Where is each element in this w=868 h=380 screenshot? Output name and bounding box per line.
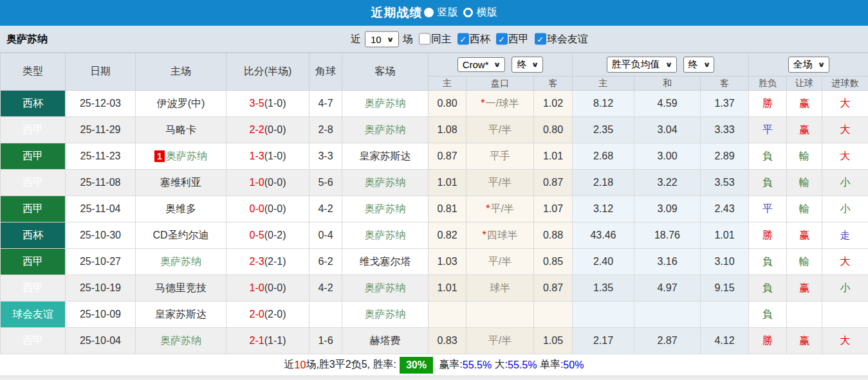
goals-result-text: 大 xyxy=(840,98,851,109)
matches-label: 场 xyxy=(403,32,413,46)
date-cell: 25-11-29 xyxy=(66,117,136,143)
handicap-home-odds: 0.82 xyxy=(429,222,466,249)
avg-home-odds: 3.12 xyxy=(573,196,634,222)
score-cell: 0-5(0-2) xyxy=(226,222,309,249)
layout-radio-label: 竖版 xyxy=(438,6,458,19)
avg-away-odds: 4.12 xyxy=(701,328,749,354)
competition-checkbox[interactable]: ✓ xyxy=(457,33,469,45)
header-group: 胜平负均值∨终∨ xyxy=(573,53,749,77)
header-group-selects: 胜平负均值∨终∨ xyxy=(573,57,748,73)
avg-draw-odds: 2.87 xyxy=(634,328,701,354)
corners-cell: 3-3 xyxy=(309,143,342,170)
fulltime-score: 3-5 xyxy=(250,98,264,109)
footer-text: 赢率: xyxy=(436,358,463,372)
footer-text: 场,胜3平2负5, 胜率: xyxy=(306,358,396,372)
score-cell: 2-0(2-0) xyxy=(226,302,309,328)
table-body: 西杯25-12-03伊波罗(中)3-5(1-0)4-7奥萨苏纳0.80*一/球半… xyxy=(1,91,868,354)
bottom-strip xyxy=(0,375,868,380)
home-team-cell: 皇家苏斯达 xyxy=(136,302,226,328)
result-cell: 負 xyxy=(749,302,787,328)
handicap-cell: *一/球半 xyxy=(466,91,534,117)
handicap-away-odds: 0.87 xyxy=(534,170,573,196)
away-team-cell: 维戈塞尔塔 xyxy=(342,249,429,275)
sub-column-header: 客 xyxy=(701,77,749,91)
goals-result-cell: 大 xyxy=(822,143,868,170)
competition-checkbox[interactable]: ✓ xyxy=(496,33,508,45)
result-text: 平 xyxy=(762,203,773,214)
handicap-away-odds: 0.80 xyxy=(534,117,573,143)
handicap-home-odds: 0.87 xyxy=(429,143,466,170)
radio-selected-icon[interactable] xyxy=(424,8,434,17)
fulltime-select[interactable]: 全场∨ xyxy=(788,57,829,73)
handicap-result-text: 赢 xyxy=(799,335,809,346)
home-team-cell: 奥维多 xyxy=(136,196,226,222)
handicap-result-cell: 赢 xyxy=(787,117,822,143)
column-header: 主场 xyxy=(136,53,226,91)
recent-count-select[interactable]: 10 ∨ xyxy=(365,31,399,47)
header-row-1: 类型日期主场比分(半场)角球客场Crow*∨终∨胜平负均值∨终∨全场∨ xyxy=(1,53,868,77)
radio-unselected-icon[interactable] xyxy=(463,8,473,17)
layout-radio-option[interactable]: 竖版 xyxy=(428,6,458,19)
result-text: 負 xyxy=(762,177,773,188)
avg-draw-odds: 3.04 xyxy=(634,117,701,143)
header-group-selects: 全场∨ xyxy=(750,57,867,73)
result-cell: 負 xyxy=(749,275,787,302)
avg-home-odds: 2.68 xyxy=(573,143,634,170)
avg-away-odds: 3.53 xyxy=(701,170,749,196)
fulltime-score: 2-1 xyxy=(250,335,264,346)
handicap-result-cell: 輸 xyxy=(787,249,822,275)
competition-checkbox[interactable]: ✓ xyxy=(535,33,546,45)
type-cell: 西甲 xyxy=(1,249,66,275)
handicap-home-odds: 0.83 xyxy=(429,328,466,354)
avg-select[interactable]: 胜平负均值∨ xyxy=(607,57,677,73)
away-team-name: 赫塔费 xyxy=(370,335,401,346)
avg-final-select[interactable]: 终∨ xyxy=(683,57,715,73)
handicap-away-odds: 1.05 xyxy=(534,328,573,354)
column-header: 角球 xyxy=(309,53,342,91)
result-cell: 勝 xyxy=(749,328,787,354)
goals-result-text: 走 xyxy=(840,230,851,240)
away-team-name: 奥萨苏纳 xyxy=(365,203,406,214)
layout-radio-option[interactable]: 横版 xyxy=(463,6,497,19)
halftime-score: (2-0) xyxy=(264,309,286,320)
handicap-line: 球半 xyxy=(490,282,510,293)
handicap-line: 一/球半 xyxy=(485,98,519,109)
corners-cell: 1-6 xyxy=(309,328,342,354)
same-home-checkbox[interactable] xyxy=(419,33,430,45)
home-team-name: 伊波罗(中) xyxy=(157,98,205,109)
odds-provider-select[interactable]: Crow*∨ xyxy=(457,57,506,72)
layout-radio-group: 竖版横版 xyxy=(423,6,497,20)
date-cell: 25-10-04 xyxy=(66,328,136,354)
result-text: 勝 xyxy=(762,335,773,346)
result-cell: 平 xyxy=(749,196,787,222)
handicap-away-odds: 0.88 xyxy=(534,222,573,249)
avg-away-odds: 3.33 xyxy=(701,117,749,143)
results-table: 类型日期主场比分(半场)角球客场Crow*∨终∨胜平负均值∨终∨全场∨主盘口客主… xyxy=(0,53,868,354)
chevron-down-icon: ∨ xyxy=(531,60,539,69)
sub-column-header: 和 xyxy=(634,77,701,91)
avg-home-odds: 2.18 xyxy=(573,170,634,196)
handicap-result-text: 輸 xyxy=(799,177,809,188)
table-row: 西甲25-10-19马德里竞技1-0(0-0)4-2奥萨苏纳1.01球半0.87… xyxy=(1,275,868,302)
home-team-cell: CD圣约尔迪 xyxy=(136,222,226,249)
home-team-cell: 伊波罗(中) xyxy=(136,91,226,117)
final-select[interactable]: 终∨ xyxy=(512,57,543,73)
handicap-home-odds: 0.81 xyxy=(429,196,466,222)
result-text: 負 xyxy=(762,282,773,293)
handicap-away-odds: 1.01 xyxy=(534,143,573,170)
result-cell: 負 xyxy=(749,170,787,196)
sub-column-header: 让球 xyxy=(787,77,822,91)
corners-cell: 4-2 xyxy=(309,275,342,302)
type-cell: 西杯 xyxy=(1,91,66,117)
avg-select-value: 胜平负均值 xyxy=(612,59,660,71)
date-cell: 25-10-09 xyxy=(66,302,136,328)
table-row: 西甲25-10-27奥萨苏纳2-3(2-1)6-2维戈塞尔塔1.03平/半0.8… xyxy=(1,249,868,275)
footer-text: 55.5% xyxy=(463,359,492,371)
result-text: 負 xyxy=(762,150,773,161)
away-team-cell: 奥萨苏纳 xyxy=(342,91,429,117)
header-group: 全场∨ xyxy=(749,53,868,77)
handicap-result-cell: 赢 xyxy=(787,275,822,302)
away-team-name: 奥萨苏纳 xyxy=(365,282,406,293)
handicap-result-text: 輸 xyxy=(799,256,809,267)
filter-bar: 奥萨苏纳 近 10 ∨ 场 同主 ✓西杯✓西甲✓球会友谊 xyxy=(0,26,868,53)
